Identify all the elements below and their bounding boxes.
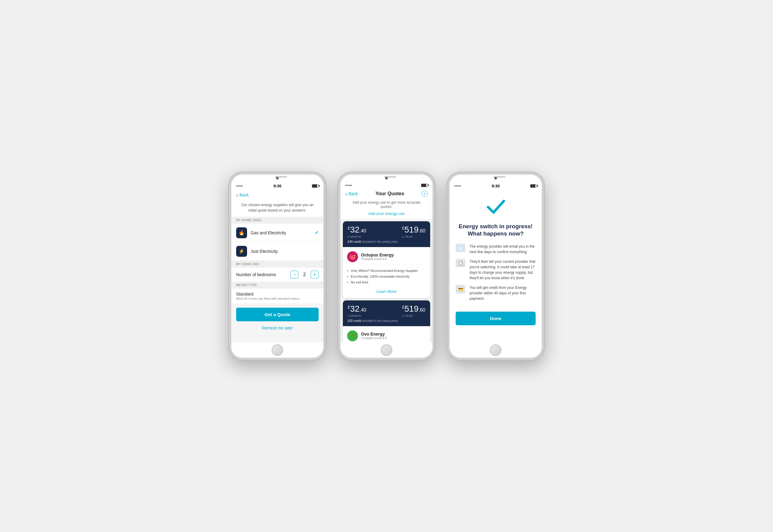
bedroom-row: Number of bedrooms − 2 + (231, 268, 323, 282)
signal-dots3: ••••• (454, 184, 461, 188)
meter-description: Most UK homes are fitted with standard m… (236, 297, 319, 300)
info-row-2: 📋 They'll then tell your current provide… (456, 259, 536, 281)
status-time3: 9:30 (492, 184, 500, 188)
envelope-icon: ✉️ (456, 244, 465, 252)
phone2-bottom (340, 343, 433, 358)
quote2-monthly-price: £32.40 (348, 304, 366, 314)
feature-item: No exit fees (347, 279, 426, 285)
chevron-left-icon2 (345, 191, 347, 197)
meter-block: Standard Most UK homes are fitted with s… (231, 289, 323, 303)
increment-button[interactable]: + (311, 271, 319, 279)
quote1-yearly: £519.60 A YEAR (402, 225, 425, 238)
quote-card-2: £32.40 A MONTH £519.60 A YEAR £50 cred (343, 300, 430, 343)
option-just-electricity[interactable]: ⚡ Just Electricity (231, 242, 323, 261)
bedroom-label: Number of bedrooms (236, 272, 276, 277)
phone1-back-nav: Back (231, 189, 323, 200)
signal-dots2: ••••• (345, 184, 352, 187)
camera (276, 177, 279, 179)
phone1-bottom (231, 343, 323, 358)
octopus-logo: 🐙 (347, 251, 358, 262)
quote2-provider: 🌿 Ovo Energy Trustpilot score 8.5 (347, 329, 426, 343)
battery-icon3 (530, 184, 537, 188)
option-gas-electricity[interactable]: 🔥 Gas and Electricity ✓ (231, 224, 323, 242)
battery-icon (312, 184, 319, 188)
section-meter-type: METER TYPE (231, 282, 323, 289)
quote2-yearly-label: A YEAR (402, 314, 425, 317)
back-label[interactable]: Back (239, 192, 249, 197)
octopus-trust: Trustpilot score 9.6 (361, 257, 394, 261)
quote1-provider: 🐙 Octopus Energy Trustpilot score 9.6 (347, 250, 426, 265)
phone-2: ••••• Back Your Quotes i Add your energy… (338, 172, 435, 360)
quote1-provider-info: Octopus Energy Trustpilot score 9.6 (361, 253, 394, 261)
electricity-icon: ⚡ (236, 246, 247, 257)
quote2-credit: £50 credit included in the yearly price (348, 319, 425, 323)
phone3-screen: Energy switch in progress! What happens … (450, 189, 542, 343)
add-energy-subtitle: Add your energy use to get more accurate… (340, 199, 433, 210)
success-title: Energy switch in progress! What happens … (456, 223, 536, 238)
quote2-monthly: £32.40 A MONTH (348, 304, 366, 317)
phone-3: ••••• 9:30 Energy switch in progress! Wh… (447, 172, 544, 360)
info-icon[interactable]: i (422, 191, 428, 197)
quotes-back-link[interactable]: Back (345, 191, 358, 197)
intro-text: Our chosen energy suppliers will give yo… (231, 200, 323, 217)
quote1-monthly-price: £32.40 (348, 225, 366, 235)
quote2-body: 🌿 Ovo Energy Trustpilot score 8.5 uSwitc… (343, 326, 430, 343)
remind-later[interactable]: Remind me later (231, 323, 323, 335)
phone1-top-bar (231, 175, 323, 183)
section-my-home-has: MY HOME HAS (231, 261, 323, 268)
decrement-button[interactable]: − (290, 271, 298, 279)
quote2-yearly: £519.60 A YEAR (402, 304, 425, 317)
bedroom-value: 2 (303, 272, 306, 277)
meter-type: Standard (236, 292, 319, 296)
phone2-status-bar: ••••• (340, 183, 433, 188)
camera3 (494, 177, 497, 179)
quote2-yearly-price: £519.60 (402, 304, 425, 314)
info-text-2: They'll then tell your current provider … (470, 259, 536, 281)
camera2 (385, 177, 388, 179)
home-button[interactable] (272, 344, 283, 356)
quote1-yearly-price: £519.60 (402, 225, 425, 235)
ovo-logo: 🌿 (347, 330, 358, 341)
phone2-top-bar (340, 175, 433, 183)
home-button3[interactable] (490, 344, 501, 356)
check-icon (456, 196, 536, 218)
quote1-monthly-label: A MONTH (348, 235, 366, 238)
battery-icon2 (421, 184, 428, 187)
phone3-bottom (450, 343, 542, 358)
quote1-monthly: £32.40 A MONTH (348, 225, 366, 238)
feature-item: Only Which? Recommended Energy Supplier (347, 268, 426, 274)
quote2-header: £32.40 A MONTH £519.60 A YEAR £50 cred (343, 300, 430, 326)
phone-1: ••••• 9:30 Back Our chosen energy suppli… (229, 172, 326, 360)
get-quote-button[interactable]: Get a Quote (236, 308, 319, 321)
phone3-status-bar: ••••• 9:30 (450, 183, 542, 189)
phones-container: ••••• 9:30 Back Our chosen energy suppli… (229, 172, 544, 360)
selected-checkmark: ✓ (315, 230, 319, 236)
quote-card-1: £32.40 A MONTH £519.60 A YEAR £40 cred (343, 221, 430, 298)
gas-electricity-icon: 🔥 (236, 227, 247, 238)
home-button2[interactable] (381, 344, 392, 356)
add-energy-link[interactable]: Add your energy use (340, 210, 433, 219)
phone3-top-bar (450, 175, 542, 183)
success-screen: Energy switch in progress! What happens … (450, 189, 542, 331)
calendar-icon: 📋 (456, 259, 465, 267)
ovo-name: Ovo Energy (361, 332, 387, 336)
back-link[interactable]: Back (236, 192, 319, 198)
info-row-1: ✉️ The energy provider will email you in… (456, 244, 536, 255)
quote1-credit: £40 credit included in the yearly price (348, 240, 425, 243)
just-electricity-label: Just Electricity (251, 249, 319, 254)
octopus-name: Octopus Energy (361, 253, 394, 257)
quote1-yearly-label: A YEAR (402, 235, 425, 238)
quote1-header: £32.40 A MONTH £519.60 A YEAR £40 cred (343, 221, 430, 247)
quotes-back-label[interactable]: Back (349, 191, 358, 196)
bedroom-stepper: − 2 + (290, 271, 319, 279)
quote2-price-row: £32.40 A MONTH £519.60 A YEAR (348, 304, 425, 317)
chevron-left-icon (236, 192, 238, 198)
done-button[interactable]: Done (456, 312, 536, 325)
info-row-3: 💳 You will get credit from your Energy p… (456, 285, 536, 301)
signal-dots: ••••• (236, 184, 243, 188)
learn-more-1[interactable]: Learn More (347, 287, 426, 295)
quote2-monthly-label: A MONTH (348, 314, 366, 317)
gas-electricity-label: Gas and Electricity (251, 230, 311, 235)
quotes-header: Back Your Quotes i (340, 188, 433, 199)
quote1-body: 🐙 Octopus Energy Trustpilot score 9.6 On… (343, 247, 430, 298)
